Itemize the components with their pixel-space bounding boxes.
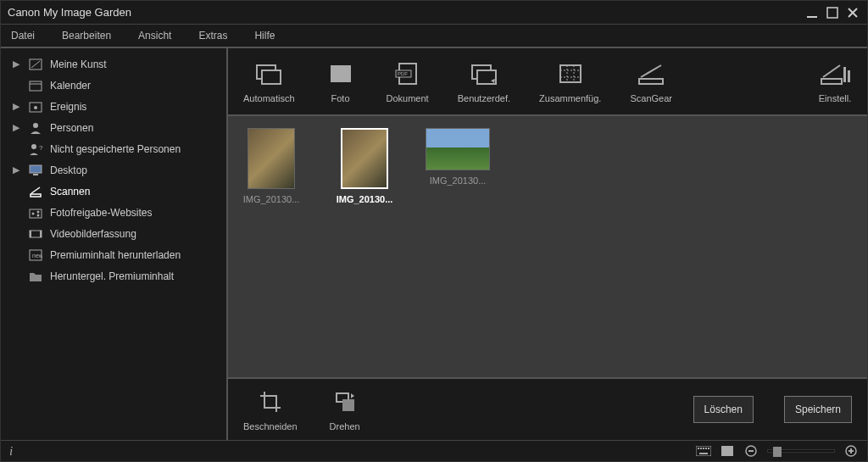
menu-bearbeiten[interactable]: Bearbeiten xyxy=(58,26,114,45)
custom-icon xyxy=(467,59,501,88)
svg-rect-50 xyxy=(850,448,852,454)
photo-icon xyxy=(324,59,358,88)
zoom-out-icon[interactable] xyxy=(743,445,759,457)
thumbnail-label: IMG_20130... xyxy=(430,175,487,186)
expand-arrow-icon: ▶ xyxy=(13,58,21,70)
sidebar-item-person[interactable]: ▶Personen xyxy=(1,117,226,138)
svg-rect-42 xyxy=(705,448,707,449)
thumbnail-image xyxy=(341,128,388,189)
sidebar-item-share[interactable]: Fotofreigabe-Websites xyxy=(1,202,226,223)
svg-rect-29 xyxy=(560,65,581,82)
sidebar-item-event[interactable]: ▶Ereignis xyxy=(1,96,226,117)
folder-icon xyxy=(28,270,43,283)
menu-extras[interactable]: Extras xyxy=(195,26,231,45)
svg-rect-35 xyxy=(848,70,850,82)
zoom-slider[interactable] xyxy=(767,449,835,453)
svg-rect-0 xyxy=(807,16,817,18)
svg-rect-47 xyxy=(748,450,754,452)
tb-label: ScanGear xyxy=(630,93,672,103)
menu-hilfe[interactable]: Hilfe xyxy=(251,26,278,45)
svg-point-8 xyxy=(31,144,36,149)
custom-button[interactable]: Benutzerdef. xyxy=(458,59,510,103)
svg-text:new: new xyxy=(32,253,42,259)
pdf-icon: PDF xyxy=(391,59,425,88)
menu-datei[interactable]: Datei xyxy=(8,26,38,45)
expand-arrow-icon: ▶ xyxy=(13,122,21,133)
svg-rect-40 xyxy=(700,448,702,449)
sidebar-item-person-unknown[interactable]: ?Nicht gespeicherte Personen xyxy=(1,138,226,159)
tb-label: Dokument xyxy=(387,93,429,103)
window-title: Canon My Image Garden xyxy=(8,6,799,19)
thumbnail[interactable]: IMG_20130... xyxy=(236,128,306,204)
toolbar-top: AutomatischFotoPDFDokumentBenutzerdef.Zu… xyxy=(228,48,867,116)
svg-rect-22 xyxy=(262,70,281,84)
svg-rect-44 xyxy=(699,453,708,454)
sidebar-item-calendar[interactable]: Kalender xyxy=(1,75,226,96)
settings-icon xyxy=(818,59,852,88)
thumbnail-label: IMG_20130... xyxy=(337,194,393,204)
stitch-button[interactable]: Zusammenfüg. xyxy=(539,59,601,103)
person-icon xyxy=(28,121,43,135)
expand-arrow-icon: ▶ xyxy=(13,101,21,112)
sidebar-item-label: Heruntergel. Premiuminhalt xyxy=(50,270,221,282)
scangear-button[interactable]: ScanGear xyxy=(630,59,672,103)
statusbar: i xyxy=(1,440,867,461)
scangear-icon xyxy=(634,59,668,88)
svg-rect-10 xyxy=(30,165,42,173)
rotate-button[interactable]: Drehen xyxy=(328,387,362,431)
delete-button[interactable]: Löschen xyxy=(693,396,754,423)
menu-ansicht[interactable]: Ansicht xyxy=(135,26,175,45)
sidebar-item-download[interactable]: newPremiuminhalt herunterladen xyxy=(1,244,226,265)
zoom-in-icon[interactable] xyxy=(843,445,859,457)
sidebar-item-label: Ereignis xyxy=(50,101,221,113)
thumbnail-area[interactable]: IMG_20130...IMG_20130...IMG_20130... xyxy=(228,116,867,377)
svg-rect-34 xyxy=(843,67,846,82)
thumbnail-image xyxy=(426,128,490,170)
svg-rect-16 xyxy=(30,231,42,237)
maximize-icon[interactable] xyxy=(825,7,840,19)
crop-button[interactable]: Beschneiden xyxy=(243,387,298,431)
sidebar-item-label: Videobilderfassung xyxy=(50,228,221,240)
info-icon[interactable]: i xyxy=(9,444,13,459)
save-button[interactable]: Speichern xyxy=(784,396,852,423)
svg-point-7 xyxy=(33,123,38,128)
sidebar-item-label: Kalender xyxy=(50,80,221,92)
titlebar: Canon My Image Garden xyxy=(1,1,867,25)
calendar-icon xyxy=(28,79,43,92)
keyboard-icon[interactable] xyxy=(696,445,711,457)
svg-rect-43 xyxy=(708,448,709,449)
thumbnail[interactable]: IMG_20130... xyxy=(423,128,492,186)
svg-point-14 xyxy=(37,210,40,213)
sidebar-item-label: Fotofreigabe-Websites xyxy=(50,207,221,219)
sidebar-item-video[interactable]: Videobilderfassung xyxy=(1,223,226,244)
grid-icon[interactable] xyxy=(720,445,735,457)
svg-point-13 xyxy=(32,212,35,214)
sidebar-item-scanner[interactable]: Scannen xyxy=(1,181,226,202)
download-icon: new xyxy=(28,248,43,262)
svg-point-6 xyxy=(34,106,37,109)
menubar: Datei Bearbeiten Ansicht Extras Hilfe xyxy=(1,25,867,48)
svg-rect-18 xyxy=(40,231,42,237)
close-icon[interactable] xyxy=(845,7,860,19)
settings-button[interactable]: Einstell. xyxy=(818,59,852,103)
sidebar-item-desktop[interactable]: ▶Desktop xyxy=(1,159,226,181)
sidebar-item-folder[interactable]: Heruntergel. Premiuminhalt xyxy=(1,265,226,287)
desktop-icon xyxy=(28,164,43,177)
svg-text:?: ? xyxy=(39,144,42,152)
stitch-icon xyxy=(554,59,587,88)
svg-rect-11 xyxy=(33,174,38,175)
minimize-icon[interactable] xyxy=(804,7,820,19)
tb-label: Zusammenfüg. xyxy=(539,93,601,103)
palette-icon xyxy=(28,58,43,71)
sidebar: ▶Meine KunstKalender▶Ereignis▶Personen?N… xyxy=(1,48,228,440)
auto-button[interactable]: Automatisch xyxy=(243,59,295,103)
photo-button[interactable]: Foto xyxy=(324,59,358,103)
svg-rect-45 xyxy=(721,446,733,456)
content: AutomatischFotoPDFDokumentBenutzerdef.Zu… xyxy=(228,48,867,440)
svg-rect-17 xyxy=(30,231,31,237)
pdf-button[interactable]: PDFDokument xyxy=(387,59,429,103)
svg-rect-23 xyxy=(331,65,351,82)
svg-rect-37 xyxy=(342,399,354,411)
sidebar-item-palette[interactable]: ▶Meine Kunst xyxy=(1,53,226,75)
thumbnail[interactable]: IMG_20130... xyxy=(330,128,399,204)
